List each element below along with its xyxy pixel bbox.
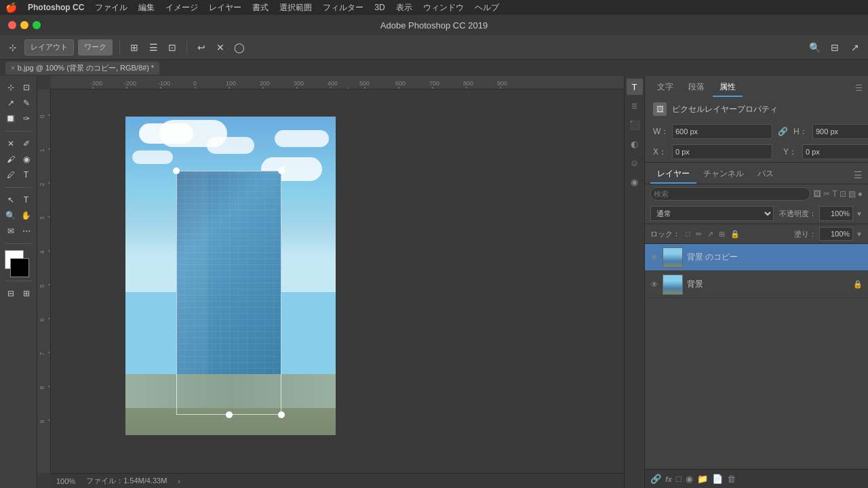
layer-visibility-copy[interactable]: 👁 <box>650 253 658 262</box>
layer-item-copy[interactable]: 👁 背景 のコピー <box>645 244 868 271</box>
toolbar-panel-icon[interactable]: ⊞ <box>127 40 142 55</box>
magic-wand-tool[interactable]: ✎ <box>19 96 34 110</box>
eraser-tool[interactable]: ◉ <box>19 152 34 167</box>
move-tool[interactable]: ⊹ <box>3 80 18 95</box>
filter-toggle[interactable]: ● <box>858 189 863 199</box>
canvas-area[interactable]: -300 -200 -100 0 100 200 300 400 <box>37 76 624 488</box>
layers-menu-icon[interactable]: ☰ <box>854 169 863 180</box>
fx-icon[interactable]: fx <box>665 475 672 483</box>
right-icon-properties[interactable]: ⬛ <box>627 117 643 133</box>
pen-tool[interactable]: ↖ <box>3 192 18 207</box>
delete-layer-icon[interactable]: 🗑 <box>727 474 736 484</box>
lasso-tool[interactable]: ↗ <box>3 96 18 110</box>
menu-window[interactable]: ウィンドウ <box>423 2 464 14</box>
link-icon[interactable]: 🔗 <box>778 125 788 138</box>
type-tool[interactable]: T <box>19 192 34 207</box>
tab-paths[interactable]: パス <box>751 165 781 184</box>
fill-input[interactable] <box>819 227 853 241</box>
transform-handle-br[interactable] <box>278 411 285 418</box>
toolbar-circle-icon[interactable]: ◯ <box>232 40 247 55</box>
toolbar-undo-icon[interactable]: ↩ <box>194 40 209 55</box>
tab-layers[interactable]: レイヤー <box>650 165 696 184</box>
close-button[interactable] <box>8 21 16 29</box>
lock-transparent-icon[interactable]: □ <box>686 230 690 238</box>
toolbar-grid-icon[interactable]: ⊡ <box>165 40 180 55</box>
brush-tool[interactable]: ✐ <box>19 136 34 151</box>
zoom-tool[interactable]: 🔍 <box>3 208 18 223</box>
new-group-icon[interactable]: 📁 <box>697 474 708 484</box>
transform-handle-bm[interactable] <box>226 411 233 418</box>
status-arrow[interactable]: › <box>178 477 180 485</box>
minimize-button[interactable] <box>20 21 28 29</box>
blend-mode-select[interactable]: 通常 <box>650 206 774 221</box>
menu-photoshop[interactable]: Photoshop CC <box>28 3 84 12</box>
x-input[interactable] <box>672 144 772 159</box>
menu-view[interactable]: 表示 <box>396 2 412 14</box>
menu-type[interactable]: 書式 <box>252 2 269 14</box>
tab-paragraph[interactable]: 段落 <box>682 79 711 97</box>
panels-icon[interactable]: ⊟ <box>827 40 842 55</box>
lock-paint-icon[interactable]: ✏ <box>696 230 702 239</box>
transform-handle-tl[interactable] <box>173 167 180 174</box>
menu-filter[interactable]: フィルター <box>323 2 363 14</box>
right-icon-text[interactable]: T <box>627 79 643 95</box>
foreground-color-swatch[interactable] <box>10 258 29 277</box>
lock-position-icon[interactable]: ↗ <box>707 230 713 239</box>
transform-rotate-handle[interactable]: ↗ <box>279 163 288 171</box>
more-tool[interactable]: ⋯ <box>19 224 34 239</box>
search-icon[interactable]: 🔍 <box>807 40 822 55</box>
lock-artboard-icon[interactable]: ⊞ <box>719 230 725 239</box>
hand-tool[interactable]: ✋ <box>19 208 34 223</box>
lock-all-icon[interactable]: 🔒 <box>730 230 740 239</box>
share-icon[interactable]: ↗ <box>848 40 863 55</box>
new-layer-icon[interactable]: 📄 <box>712 474 723 484</box>
tab-properties[interactable]: 属性 <box>713 79 743 97</box>
eyedropper-tool[interactable]: ✑ <box>19 111 34 126</box>
toolbar-arrow-icon[interactable]: ⊹ <box>5 40 20 55</box>
filter-smart-icon[interactable]: ▧ <box>848 189 856 199</box>
menu-select[interactable]: 選択範囲 <box>279 2 312 14</box>
apple-menu[interactable]: 🍎 <box>5 2 17 13</box>
fill-arrow[interactable]: ▼ <box>856 230 863 238</box>
tab-channels[interactable]: チャンネル <box>696 165 751 184</box>
clone-tool[interactable]: 🖌 <box>3 152 18 167</box>
h-input[interactable] <box>812 124 868 139</box>
menu-edit[interactable]: 編集 <box>138 2 155 14</box>
y-input[interactable] <box>802 144 868 159</box>
spot-heal-tool[interactable]: ✕ <box>3 136 18 151</box>
color-swatches[interactable] <box>5 250 32 277</box>
link-layers-icon[interactable]: 🔗 <box>650 474 661 484</box>
marquee-tool[interactable]: ⊡ <box>19 80 34 95</box>
measure-tool[interactable]: ✉ <box>3 224 18 239</box>
filter-shape-icon[interactable]: ⊡ <box>840 189 846 199</box>
adjustment-icon[interactable]: ◉ <box>686 474 693 484</box>
opacity-arrow[interactable]: ▼ <box>856 210 863 218</box>
opacity-input[interactable] <box>819 206 853 221</box>
dodge-tool[interactable]: T <box>19 167 34 182</box>
right-icon-styles[interactable]: ☺ <box>627 155 643 171</box>
workspace-button[interactable]: ワーク <box>78 39 113 56</box>
w-input[interactable] <box>672 124 772 139</box>
screen-mode-tool[interactable]: ⊞ <box>19 286 34 301</box>
document-tab[interactable]: × b.jpg @ 100% (背景 のコピー, RGB/8#) * <box>5 62 159 75</box>
gradient-tool[interactable]: 🖊 <box>3 167 18 182</box>
layout-button[interactable]: レイアウト <box>24 39 74 56</box>
filter-adjustment-icon[interactable]: ✂ <box>823 189 830 199</box>
filter-type-icon[interactable]: T <box>832 189 837 199</box>
crop-tool[interactable]: 🔲 <box>3 111 18 126</box>
toolbar-list-icon[interactable]: ☰ <box>146 40 161 55</box>
toolbar-close-icon[interactable]: ✕ <box>213 40 228 55</box>
menu-file[interactable]: ファイル <box>95 2 127 14</box>
doc-tab-close[interactable]: × <box>11 64 15 72</box>
menu-help[interactable]: ヘルプ <box>475 2 499 14</box>
maximize-button[interactable] <box>33 21 41 29</box>
right-icon-history[interactable]: ◉ <box>627 174 643 190</box>
layers-search-input[interactable] <box>650 187 810 201</box>
right-icon-paragraph[interactable]: ☰ <box>627 98 643 114</box>
menu-3d[interactable]: 3D <box>374 3 384 12</box>
tab-character[interactable]: 文字 <box>650 79 680 97</box>
props-menu-icon[interactable]: ☰ <box>855 83 863 93</box>
right-icon-adjust[interactable]: ◐ <box>627 136 643 152</box>
menu-layer[interactable]: レイヤー <box>209 2 241 14</box>
filter-pixel-icon[interactable]: 🖼 <box>813 189 821 199</box>
